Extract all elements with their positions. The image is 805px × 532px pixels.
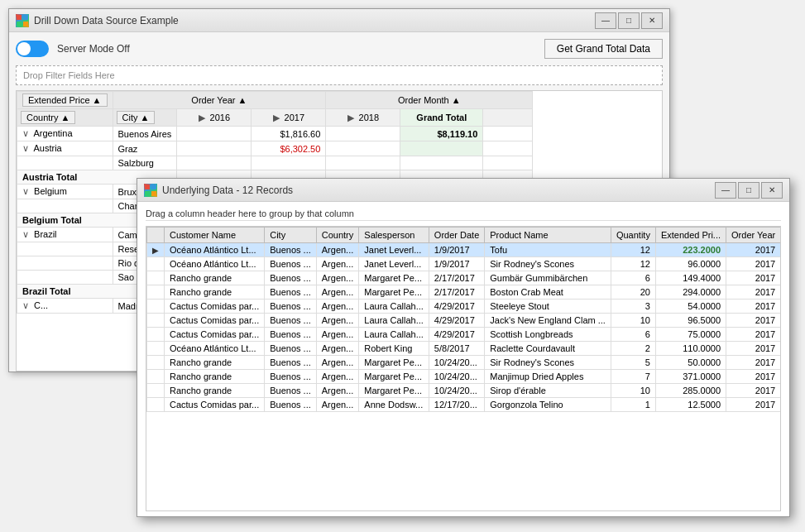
cell-product-name: Sirop d'érable: [485, 384, 611, 398]
server-mode-toggle[interactable]: [16, 41, 49, 57]
cell-extended-price: 223.2000: [655, 243, 726, 257]
dialog-window-controls: — □ ✕: [715, 182, 783, 199]
table-row[interactable]: Cactus Comidas par... Buenos ... Argen..…: [147, 300, 782, 314]
expand-austria[interactable]: ∨: [22, 143, 29, 153]
svg-rect-3: [23, 22, 28, 26]
country-col-header[interactable]: City ▲: [113, 109, 177, 127]
dialog-minimize-button[interactable]: —: [715, 182, 736, 199]
cell-country: Argen...: [316, 285, 359, 300]
cell-city: Buenos ...: [265, 300, 317, 314]
order-year-header[interactable]: Order Year ▲: [113, 92, 326, 109]
table-row[interactable]: Rancho grande Buenos ... Argen... Margar…: [147, 370, 782, 384]
toolbar: Server Mode Off Get Grand Total Data: [16, 39, 663, 59]
cell-order-year: 2017: [726, 356, 781, 370]
cell-country: Argen...: [316, 243, 359, 257]
extended-price-btn[interactable]: Extended Price ▲: [22, 93, 108, 107]
cell-customer-name: Rancho grande: [165, 370, 265, 384]
cell-salesperson: Laura Callah...: [359, 328, 429, 342]
scrollbar-spacer: [483, 109, 533, 127]
data-table-wrapper[interactable]: Customer Name City Country Salesperson O…: [146, 226, 781, 511]
cell-city: Buenos ...: [265, 271, 317, 285]
city-btn[interactable]: City ▲: [117, 111, 156, 124]
cell-order-date: 2/17/2017: [429, 271, 484, 285]
cell-salesperson: Janet Leverl...: [359, 243, 429, 257]
table-row[interactable]: Rancho grande Buenos ... Argen... Margar…: [147, 384, 782, 398]
col-country[interactable]: Country: [316, 228, 359, 243]
table-row[interactable]: Rancho grande Buenos ... Argen... Margar…: [147, 356, 782, 370]
cell-quantity: 20: [611, 285, 655, 300]
cell-order-date: 4/29/2017: [429, 314, 484, 328]
cell-customer-name: Rancho grande: [165, 384, 265, 398]
cell-extended-price: 294.0000: [655, 285, 726, 300]
cell-country: Argen...: [316, 271, 359, 285]
cell-product-name: Manjimup Dried Apples: [485, 370, 611, 384]
cell-product-name: Jack's New England Clam ...: [485, 314, 611, 328]
col-quantity[interactable]: Quantity: [611, 228, 655, 243]
cell-order-year: 2017: [726, 342, 781, 356]
cell-product-name: Gorgonzola Telino: [485, 398, 611, 412]
expand-2017[interactable]: ▶: [273, 113, 280, 122]
table-row[interactable]: Cactus Comidas par... Buenos ... Argen..…: [147, 328, 782, 342]
table-row[interactable]: Cactus Comidas par... Buenos ... Argen..…: [147, 314, 782, 328]
cell-extended-price: 285.0000: [655, 384, 726, 398]
table-row[interactable]: ∨ Austria Graz $6,302.50: [17, 141, 533, 156]
maximize-button[interactable]: □: [618, 12, 640, 29]
cell-order-date: 4/29/2017: [429, 300, 484, 314]
dialog-maximize-button[interactable]: □: [738, 182, 759, 199]
row-indicator: [147, 314, 165, 328]
cell-city: Buenos ...: [265, 398, 317, 412]
cell-country: Argen...: [316, 257, 359, 271]
cell-order-year: 2017: [726, 384, 781, 398]
table-row[interactable]: Océano Atlántico Lt... Buenos ... Argen.…: [147, 342, 782, 356]
col-salesperson[interactable]: Salesperson: [359, 228, 429, 243]
col-customer-name[interactable]: Customer Name: [165, 228, 265, 243]
country-btn[interactable]: Country ▲: [21, 111, 75, 124]
cell-country: Argen...: [316, 342, 359, 356]
cell-extended-price: 371.0000: [655, 370, 726, 384]
table-row[interactable]: Rancho grande Buenos ... Argen... Margar…: [147, 285, 782, 300]
table-row[interactable]: Cactus Comidas par... Buenos ... Argen..…: [147, 398, 782, 412]
row-indicator: ▶: [147, 243, 165, 257]
table-row[interactable]: ▶ Océano Atlántico Lt... Buenos ... Arge…: [147, 243, 782, 257]
expand-belgium[interactable]: ∨: [22, 186, 29, 196]
expand-brazil[interactable]: ∨: [22, 229, 29, 239]
cell-salesperson: Margaret Pe...: [359, 285, 429, 300]
expand-argentina[interactable]: ∨: [22, 128, 29, 138]
cell-order-year: 2017: [726, 398, 781, 412]
col-order-year[interactable]: Order Year: [726, 228, 781, 243]
table-row[interactable]: Rancho grande Buenos ... Argen... Margar…: [147, 271, 782, 285]
year-2017-header: ▶ 2017: [252, 109, 326, 127]
drop-filter-zone[interactable]: Drop Filter Fields Here: [16, 65, 663, 85]
order-month-header[interactable]: Order Month ▲: [326, 92, 533, 109]
cell-order-date: 10/24/20...: [429, 384, 484, 398]
row-indicator: [147, 257, 165, 271]
cell-quantity: 10: [611, 314, 655, 328]
col-order-date[interactable]: Order Date: [429, 228, 484, 243]
cell-country: Argen...: [316, 300, 359, 314]
col-extended-price[interactable]: Extended Pri...: [655, 228, 726, 243]
expand-2016[interactable]: ▶: [199, 113, 205, 122]
col-product-name[interactable]: Product Name: [485, 228, 611, 243]
grand-total-button[interactable]: Get Grand Total Data: [544, 39, 663, 59]
close-button[interactable]: ✕: [641, 12, 663, 29]
col-city[interactable]: City: [265, 228, 317, 243]
table-row[interactable]: ∨ Argentina Buenos Aires $1,816.60 $8,11…: [17, 127, 533, 141]
cell-order-date: 4/29/2017: [429, 328, 484, 342]
cell-order-date: 5/8/2017: [429, 342, 484, 356]
cell-customer-name: Cactus Comidas par...: [165, 314, 265, 328]
minimize-button[interactable]: —: [595, 12, 616, 29]
cell-order-date: 10/24/20...: [429, 356, 484, 370]
dialog-content: Drag a column header here to group by th…: [137, 202, 789, 516]
cell-customer-name: Rancho grande: [165, 271, 265, 285]
expand-2018[interactable]: ▶: [347, 113, 354, 122]
country-filter[interactable]: Country ▲: [17, 109, 113, 127]
cell-country: Argen...: [316, 398, 359, 412]
table-row[interactable]: Salzburg: [17, 156, 533, 170]
cell-quantity: 1: [611, 398, 655, 412]
table-row[interactable]: Océano Atlántico Lt... Buenos ... Argen.…: [147, 257, 782, 271]
extended-price-filter[interactable]: Extended Price ▲: [17, 92, 113, 109]
cell-extended-price: 12.5000: [655, 398, 726, 412]
cell-extended-price: 50.0000: [655, 356, 726, 370]
dialog-close-button[interactable]: ✕: [761, 182, 783, 199]
cell-city: Buenos ...: [265, 285, 317, 300]
